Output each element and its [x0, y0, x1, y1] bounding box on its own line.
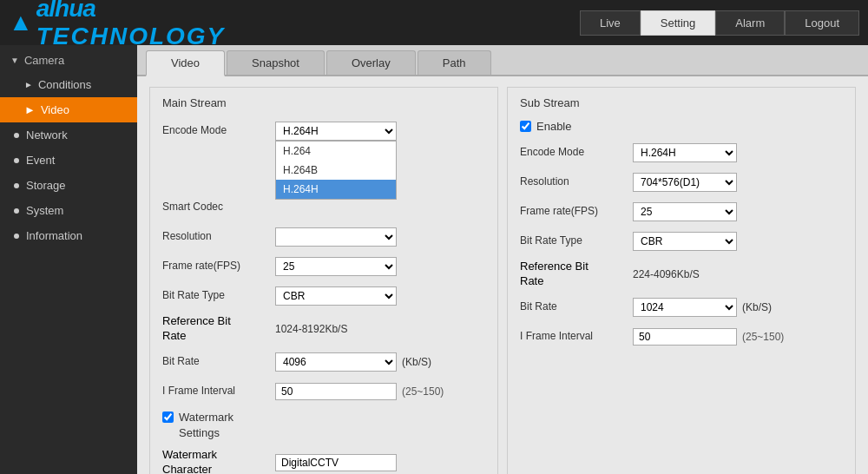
main-encode-mode-select[interactable]: H.264H: [275, 122, 397, 141]
main-iframe-row: I Frame Interval 50 (25~150): [162, 380, 485, 403]
sidebar-event-label: Event: [26, 154, 55, 167]
sidebar-system-label: System: [26, 204, 63, 217]
main-reference-bit-label-wrap: Reference Bit Rate: [162, 314, 275, 344]
main-encode-mode-label: Encode Mode: [162, 124, 275, 138]
main-watermark-char-input[interactable]: DigitalCCTV: [275, 454, 397, 471]
header-nav: Live Setting Alarm Logout: [580, 10, 859, 36]
main-resolution-select[interactable]: [275, 227, 397, 247]
main-bit-rate-label: Bit Rate: [162, 355, 275, 369]
sub-bit-rate-row: Bit Rate 1024 (Kb/S): [520, 296, 843, 319]
main-iframe-range: (25~150): [402, 385, 444, 398]
sub-enable-checkbox[interactable]: [520, 121, 531, 132]
sidebar-camera-section[interactable]: ▼ Camera: [0, 49, 137, 72]
sidebar-item-information[interactable]: Information: [0, 223, 137, 248]
main-iframe-label: I Frame Interval: [162, 385, 275, 398]
sidebar-item-conditions[interactable]: ► Conditions: [0, 72, 137, 97]
sub-reference-bit-value: 224-4096Kb/S: [633, 268, 700, 280]
main-bit-rate-unit: (Kb/S): [402, 356, 431, 368]
storage-dot-icon: [14, 183, 19, 188]
main-stream-panel: Main Stream Encode Mode H.264H H.264 H.2…: [149, 87, 498, 474]
encode-option-h264h[interactable]: H.264H: [276, 180, 396, 199]
main-reference-bit-row: Reference Bit Rate 1024-8192Kb/S: [162, 314, 485, 344]
main-bit-rate-select[interactable]: 4096: [275, 352, 397, 372]
main-watermark-char-label2: Character: [162, 463, 212, 474]
tab-overlay[interactable]: Overlay: [326, 50, 416, 75]
main-stream-title: Main Stream: [162, 96, 485, 109]
nav-logout-button[interactable]: Logout: [785, 10, 859, 36]
sub-iframe-label: I Frame Interval: [520, 330, 633, 344]
main-layout: ▼ Camera ► Conditions ► Video Network Ev…: [0, 45, 868, 474]
encode-option-h264[interactable]: H.264: [276, 142, 396, 161]
sub-resolution-select[interactable]: 704*576(D1): [633, 173, 737, 192]
sub-iframe-row: I Frame Interval 50 (25~150): [520, 326, 843, 348]
tab-snapshot[interactable]: Snapshot: [227, 50, 325, 75]
nav-live-button[interactable]: Live: [580, 10, 641, 36]
main-frame-rate-row: Frame rate(FPS) 25: [162, 255, 485, 278]
main-bit-rate-type-row: Bit Rate Type CBR: [162, 285, 485, 307]
sub-enable-label: Enable: [536, 120, 571, 133]
nav-setting-button[interactable]: Setting: [641, 10, 715, 36]
main-frame-rate-select[interactable]: 25: [275, 257, 397, 276]
main-watermark-char-label-wrap: Watermark Character: [162, 448, 275, 474]
sub-encode-mode-row: Encode Mode H.264H: [520, 142, 843, 164]
sub-frame-rate-select[interactable]: 25: [633, 202, 737, 221]
sidebar-video-label: Video: [41, 103, 69, 116]
main-bit-rate-type-select[interactable]: CBR: [275, 286, 397, 306]
main-reference-bit-label: Reference Bit: [162, 314, 231, 327]
sub-stream-panel: Sub Stream Enable Encode Mode H.264H Res…: [507, 87, 856, 474]
video-indicator: ►: [24, 103, 36, 116]
sub-reference-bit-label: Reference Bit: [520, 260, 589, 273]
sub-reference-bit-row: Reference Bit Rate 224-4096Kb/S: [520, 260, 843, 289]
main-reference-bit-label2: Rate: [162, 329, 186, 342]
tab-video[interactable]: Video: [146, 50, 225, 76]
main-reference-bit-value: 1024-8192Kb/S: [275, 323, 347, 335]
sidebar-item-system[interactable]: System: [0, 198, 137, 223]
nav-alarm-button[interactable]: Alarm: [715, 10, 785, 36]
main-resolution-label: Resolution: [162, 230, 275, 244]
main-watermark-char-label: Watermark: [162, 448, 217, 461]
main-iframe-input[interactable]: 50: [275, 383, 397, 400]
sidebar-item-storage[interactable]: Storage: [0, 173, 137, 198]
sub-resolution-row: Resolution 704*576(D1): [520, 171, 843, 194]
sub-enable-row: Enable: [520, 120, 843, 133]
main-encode-mode-dropdown-list: H.264 H.264B H.264H: [275, 141, 397, 200]
camera-expand-icon: ▼: [10, 56, 19, 65]
sidebar-information-label: Information: [26, 229, 82, 242]
sub-frame-rate-label: Frame rate(FPS): [520, 205, 633, 219]
main-smart-codec-label: Smart Codec: [162, 201, 275, 214]
sidebar-network-label: Network: [26, 128, 68, 142]
sidebar-conditions-label: Conditions: [38, 78, 91, 91]
sidebar-camera-label: Camera: [24, 54, 64, 67]
main-frame-rate-label: Frame rate(FPS): [162, 260, 275, 273]
main-bit-rate-row: Bit Rate 4096 (Kb/S): [162, 351, 485, 373]
encode-option-h264b[interactable]: H.264B: [276, 161, 396, 180]
sidebar-storage-label: Storage: [26, 179, 66, 192]
sidebar-item-event[interactable]: Event: [0, 148, 137, 173]
main-encode-mode-dropdown-container: H.264H H.264 H.264B H.264H: [275, 122, 397, 141]
tab-path[interactable]: Path: [418, 50, 491, 75]
sub-bit-rate-unit: (Kb/S): [742, 301, 772, 313]
sub-bit-rate-type-select[interactable]: CBR: [633, 232, 737, 251]
sidebar-item-video[interactable]: ► Video: [0, 97, 137, 122]
sub-iframe-input[interactable]: 50: [633, 328, 737, 346]
main-watermark-char-row: Watermark Character DigitalCCTV: [162, 448, 485, 474]
system-dot-icon: [14, 208, 19, 214]
tabs-bar: Video Snapshot Overlay Path: [137, 45, 868, 76]
content-area: Video Snapshot Overlay Path Main Stream …: [137, 45, 868, 474]
sidebar-item-network[interactable]: Network: [0, 122, 137, 148]
sub-reference-bit-label-wrap: Reference Bit Rate: [520, 260, 633, 289]
sub-encode-mode-select[interactable]: H.264H: [633, 143, 737, 162]
sub-bit-rate-select[interactable]: 1024: [633, 298, 737, 317]
sub-iframe-range: (25~150): [742, 331, 784, 343]
logo-main-text: alhua: [36, 0, 226, 23]
sub-bit-rate-label: Bit Rate: [520, 300, 633, 314]
conditions-arrow-icon: ►: [24, 80, 33, 89]
main-bit-rate-type-label: Bit Rate Type: [162, 289, 275, 303]
sub-bit-rate-type-row: Bit Rate Type CBR: [520, 230, 843, 253]
event-dot-icon: [14, 158, 19, 163]
information-dot-icon: [14, 234, 19, 239]
main-watermark-settings-row: Watermark Settings: [162, 410, 485, 441]
logo: ▲ alhua TECHNOLOGY: [9, 0, 225, 50]
main-watermark-checkbox[interactable]: [162, 411, 174, 423]
sub-encode-mode-label: Encode Mode: [520, 146, 633, 160]
